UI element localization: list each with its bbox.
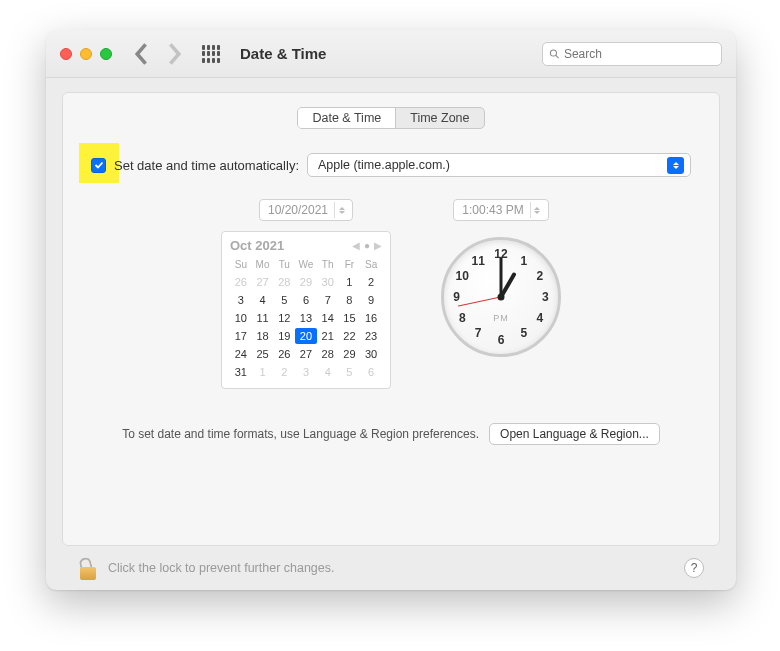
- window-controls: [60, 48, 112, 60]
- svg-point-0: [550, 49, 556, 55]
- calendar-day[interactable]: 9: [360, 292, 382, 308]
- date-stepper[interactable]: 10/20/2021: [259, 199, 353, 221]
- calendar-day[interactable]: 22: [339, 328, 361, 344]
- calendar-dow: Tu: [273, 257, 295, 272]
- calendar-day[interactable]: 14: [317, 310, 339, 326]
- cal-today-icon[interactable]: ●: [364, 240, 370, 251]
- search-field[interactable]: [542, 42, 722, 66]
- calendar-day[interactable]: 23: [360, 328, 382, 344]
- calendar-dow: We: [295, 257, 317, 272]
- calendar-day[interactable]: 6: [295, 292, 317, 308]
- calendar-day[interactable]: 28: [317, 346, 339, 362]
- cal-next-icon[interactable]: ▶: [374, 240, 382, 251]
- show-all-icon[interactable]: [202, 45, 220, 63]
- calendar-day-off: 2: [273, 364, 295, 380]
- minute-hand: [500, 257, 503, 297]
- lock-hint-text: Click the lock to prevent further change…: [108, 561, 335, 575]
- window-title: Date & Time: [240, 45, 326, 62]
- auto-datetime-checkbox[interactable]: [91, 158, 106, 173]
- calendar-day-off: 29: [295, 274, 317, 290]
- calendar-day[interactable]: 3: [230, 292, 252, 308]
- calendar-day[interactable]: 18: [252, 328, 274, 344]
- auto-datetime-label: Set date and time automatically:: [114, 158, 299, 173]
- calendar-day-off: 5: [339, 364, 361, 380]
- calendar-month-label: Oct 2021: [230, 238, 284, 253]
- calendar-day-off: 4: [317, 364, 339, 380]
- help-button[interactable]: ?: [684, 558, 704, 578]
- analog-clock: 12 1 2 3 4 5 6 7 8 9 10 11 PM: [441, 237, 561, 357]
- second-hand: [458, 297, 501, 307]
- dropdown-arrows-icon: [667, 157, 684, 174]
- calendar-day-off: 3: [295, 364, 317, 380]
- calendar-day[interactable]: 21: [317, 328, 339, 344]
- time-stepper[interactable]: 1:00:43 PM: [453, 199, 548, 221]
- calendar-day[interactable]: 5: [273, 292, 295, 308]
- calendar[interactable]: Oct 2021 ◀ ● ▶ SuMoTuWeThFrSa26272829301…: [221, 231, 391, 389]
- lock-icon[interactable]: [78, 556, 98, 580]
- calendar-day-off: 1: [252, 364, 274, 380]
- calendar-day-off: 6: [360, 364, 382, 380]
- calendar-day[interactable]: 10: [230, 310, 252, 326]
- calendar-day[interactable]: 27: [295, 346, 317, 362]
- tab-time-zone[interactable]: Time Zone: [395, 108, 483, 128]
- zoom-icon[interactable]: [100, 48, 112, 60]
- calendar-day[interactable]: 4: [252, 292, 274, 308]
- tab-date-time[interactable]: Date & Time: [298, 108, 395, 128]
- calendar-day[interactable]: 25: [252, 346, 274, 362]
- preferences-window: Date & Time Date & Time Time Zone Set da…: [46, 30, 736, 590]
- calendar-day-off: 27: [252, 274, 274, 290]
- calendar-day[interactable]: 17: [230, 328, 252, 344]
- calendar-day-off: 28: [273, 274, 295, 290]
- search-icon: [549, 48, 560, 60]
- tab-group: Date & Time Time Zone: [297, 107, 484, 129]
- close-icon[interactable]: [60, 48, 72, 60]
- calendar-day[interactable]: 11: [252, 310, 274, 326]
- calendar-day[interactable]: 2: [360, 274, 382, 290]
- svg-line-1: [556, 55, 559, 58]
- back-button[interactable]: [130, 42, 154, 66]
- calendar-day[interactable]: 16: [360, 310, 382, 326]
- footer: Click the lock to prevent further change…: [62, 546, 720, 590]
- calendar-grid: SuMoTuWeThFrSa26272829301234567891011121…: [230, 257, 382, 380]
- calendar-day[interactable]: 13: [295, 310, 317, 326]
- time-server-value: Apple (time.apple.com.): [318, 158, 450, 172]
- calendar-day[interactable]: 1: [339, 274, 361, 290]
- checkmark-icon: [94, 160, 104, 170]
- clock-pivot: [498, 294, 505, 301]
- calendar-nav[interactable]: ◀ ● ▶: [352, 240, 382, 251]
- open-language-region-button[interactable]: Open Language & Region...: [489, 423, 660, 445]
- calendar-day[interactable]: 12: [273, 310, 295, 326]
- calendar-day-off: 30: [317, 274, 339, 290]
- calendar-day[interactable]: 29: [339, 346, 361, 362]
- cal-prev-icon[interactable]: ◀: [352, 240, 360, 251]
- calendar-dow: Sa: [360, 257, 382, 272]
- forward-button: [162, 42, 186, 66]
- calendar-day[interactable]: 30: [360, 346, 382, 362]
- time-server-select[interactable]: Apple (time.apple.com.): [307, 153, 691, 177]
- calendar-day[interactable]: 24: [230, 346, 252, 362]
- clock-ampm: PM: [493, 313, 509, 323]
- calendar-day[interactable]: 8: [339, 292, 361, 308]
- calendar-day-off: 26: [230, 274, 252, 290]
- main-panel: Date & Time Time Zone Set date and time …: [62, 92, 720, 546]
- calendar-dow: Su: [230, 257, 252, 272]
- minimize-icon[interactable]: [80, 48, 92, 60]
- calendar-day[interactable]: 20: [295, 328, 317, 344]
- time-value: 1:00:43 PM: [462, 203, 523, 217]
- calendar-day[interactable]: 31: [230, 364, 252, 380]
- calendar-day[interactable]: 19: [273, 328, 295, 344]
- stepper-arrows-icon: [530, 202, 544, 218]
- calendar-dow: Mo: [252, 257, 274, 272]
- titlebar: Date & Time: [46, 30, 736, 78]
- date-value: 10/20/2021: [268, 203, 328, 217]
- calendar-dow: Fr: [339, 257, 361, 272]
- stepper-arrows-icon: [334, 202, 348, 218]
- calendar-day[interactable]: 26: [273, 346, 295, 362]
- search-input[interactable]: [564, 47, 715, 61]
- calendar-day[interactable]: 7: [317, 292, 339, 308]
- calendar-day[interactable]: 15: [339, 310, 361, 326]
- calendar-dow: Th: [317, 257, 339, 272]
- format-hint-text: To set date and time formats, use Langua…: [122, 427, 479, 441]
